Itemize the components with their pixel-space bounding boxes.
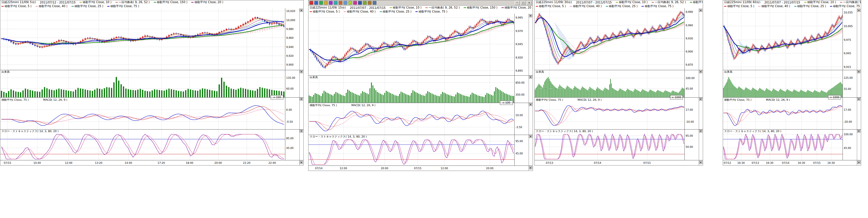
- volume-bar: [584, 88, 584, 97]
- legend-label: 移動平均( Close, 25 ): [797, 4, 826, 8]
- pane-collapse-button[interactable]: ▼: [858, 161, 860, 164]
- legend-item: 移動平均( Close, 25 ): [794, 4, 826, 8]
- pane-collapse-button[interactable]: ▼: [699, 98, 702, 101]
- volume-bar: [763, 90, 763, 97]
- volume-bar: [585, 88, 585, 97]
- pane-collapse-button[interactable]: ▼: [300, 161, 303, 164]
- volume-bar: [442, 92, 443, 103]
- pane-collapse-button[interactable]: ▼: [300, 9, 303, 12]
- legend-marker: [71, 6, 74, 7]
- stoch-tick-label: 85.00: [286, 137, 293, 140]
- volume-bar: [10, 89, 12, 97]
- macd-tick-label: 6.00: [286, 108, 292, 111]
- toolbar-icon[interactable]: [353, 1, 357, 5]
- volume-bar: [539, 84, 539, 97]
- pane-collapse-button[interactable]: ▼: [300, 130, 303, 133]
- toolbar-icon[interactable]: [363, 1, 367, 5]
- stoch-tick-label: 45.00: [516, 152, 523, 155]
- volume-bar: [377, 92, 378, 103]
- pane-collapse-button[interactable]: ▼: [529, 103, 532, 106]
- volume-bar: [739, 86, 739, 97]
- volume-bar: [541, 87, 542, 97]
- chart-canvas[interactable]: 9,9909,9609,9309,9009,870100.0045.0017.0…: [535, 8, 703, 165]
- volume-bar: [199, 89, 201, 97]
- stochastics-section-label: スロー・ストキャスティクス( 14, 3, 80, 20 ): [724, 130, 781, 133]
- toolbar-icon[interactable]: [334, 1, 338, 5]
- pane-collapse-button[interactable]: ▼: [300, 98, 303, 101]
- volume-bar: [626, 90, 627, 97]
- volume-bar: [168, 88, 169, 97]
- toolbar-icon[interactable]: [358, 1, 362, 5]
- minimize-button[interactable]: ─: [515, 1, 520, 5]
- indicator-line: [1, 109, 284, 123]
- chart-canvas[interactable]: 10,03510,0059,9759,9459,915125.0055.0017…: [723, 8, 861, 165]
- toolbar-icon[interactable]: [368, 1, 372, 5]
- toolbar-icon[interactable]: [343, 1, 347, 5]
- volume-bar: [813, 92, 813, 97]
- volume-bar: [738, 87, 739, 97]
- volume-bar: [85, 89, 86, 97]
- volume-bar: [245, 89, 246, 97]
- toolbar-icon[interactable]: [329, 1, 333, 5]
- volume-bar: [742, 89, 743, 97]
- pane-collapse-button[interactable]: ▼: [699, 70, 702, 73]
- volume-bar: [368, 94, 369, 103]
- volume-bar: [789, 91, 790, 97]
- candlestick: [653, 27, 653, 28]
- indicator-line: [1, 134, 284, 159]
- legend-item: 一目均衡表( 9, 26, 52 ): [652, 0, 686, 4]
- toolbar-icon[interactable]: [348, 1, 352, 5]
- time-axis-label: 20:00: [486, 167, 493, 170]
- volume-bar: [479, 96, 480, 103]
- legend-label: 移動平均( Close, 10 ): [83, 0, 111, 4]
- pane-collapse-button[interactable]: ▼: [858, 9, 860, 12]
- volume-bar: [746, 87, 746, 97]
- volume-bar: [803, 91, 804, 97]
- toolbar-icon[interactable]: [309, 1, 313, 5]
- chart-canvas[interactable]: 9,9959,9709,9459,9209,895850.00350.0010.…: [309, 14, 533, 171]
- legend-marker: [840, 2, 842, 3]
- pane-collapse-button[interactable]: ▼: [529, 135, 532, 138]
- pane-collapse-button[interactable]: ▼: [529, 166, 532, 169]
- volume-bar: [161, 90, 162, 97]
- pane-collapse-button[interactable]: ▼: [699, 9, 702, 12]
- pane-collapse-button[interactable]: ▼: [858, 98, 860, 101]
- volume-bar: [8, 91, 9, 97]
- price-tick-label: 9,945: [516, 43, 523, 46]
- volume-bar: [568, 86, 568, 97]
- indicator-line: [535, 18, 684, 53]
- close-button[interactable]: ✕: [527, 1, 532, 5]
- toolbar-icon[interactable]: [373, 1, 376, 5]
- candlestick: [470, 27, 471, 27]
- pane-collapse-button[interactable]: ▼: [300, 70, 303, 73]
- volume-bar: [737, 89, 738, 97]
- pane-collapse-button[interactable]: ▼: [699, 130, 702, 133]
- maximize-button[interactable]: □: [521, 1, 526, 5]
- indicator-line: [309, 111, 514, 131]
- pane-collapse-button[interactable]: ▼: [699, 161, 702, 164]
- pane-collapse-button[interactable]: ▼: [529, 14, 532, 17]
- volume-bar: [334, 94, 335, 103]
- legend-marker: [536, 6, 538, 7]
- volume-bar: [392, 94, 393, 103]
- desktop: 日経225mini 11/09( 5分)2011/07/12 - 2011/07…: [0, 0, 868, 218]
- volume-bar: [609, 84, 610, 97]
- volume-bar: [784, 91, 785, 97]
- price-tick-label: 10,035: [844, 11, 853, 14]
- toolbar-icon[interactable]: [324, 1, 328, 5]
- time-axis-label: 20:00: [214, 161, 222, 165]
- pane-collapse-button[interactable]: ▼: [529, 76, 532, 78]
- volume-bar: [365, 93, 366, 103]
- pane-collapse-button[interactable]: ▼: [858, 130, 860, 133]
- chart-canvas[interactable]: 10,02010,0009,9809,9609,9409,9209,900135…: [0, 8, 303, 165]
- time-axis-label: 12:00: [65, 161, 72, 165]
- volume-bar: [633, 92, 633, 97]
- toolbar-icon[interactable]: [314, 1, 318, 5]
- volume-bar: [439, 96, 440, 103]
- legend-label: 移動平均( Close, 5 ): [5, 4, 31, 8]
- toolbar-icon[interactable]: [319, 1, 323, 5]
- pane-collapse-button[interactable]: ▼: [858, 70, 860, 73]
- legend-label: 移動平均( Close, 5 ): [313, 10, 340, 14]
- volume-bar: [269, 89, 270, 97]
- toolbar-icon[interactable]: [339, 1, 342, 5]
